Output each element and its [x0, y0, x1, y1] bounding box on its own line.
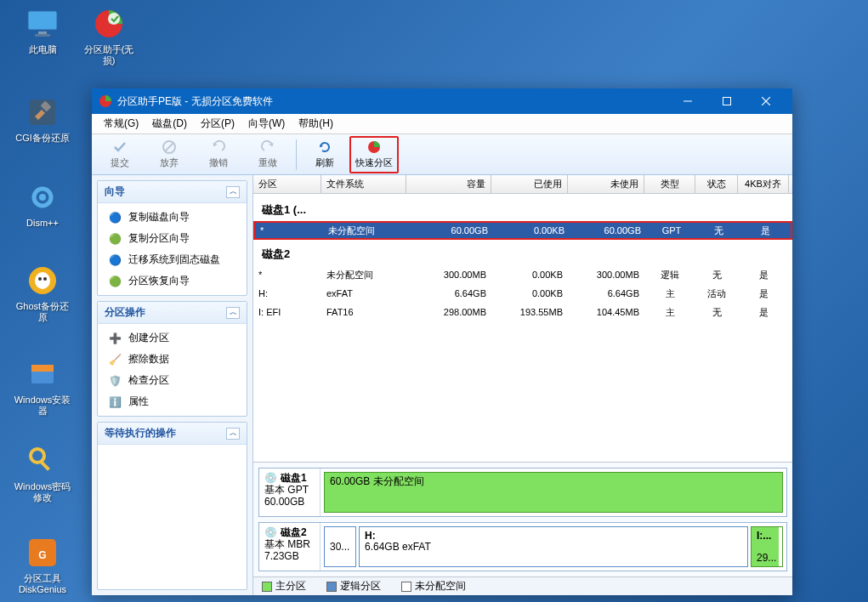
wizard-panel-header[interactable]: 向导︿ [98, 181, 247, 203]
group-disk2[interactable]: 磁盘2 [253, 240, 792, 265]
diskmap-block-h[interactable]: H:6.64GB exFAT [359, 526, 748, 567]
col-free[interactable]: 未使用 [568, 175, 644, 193]
desktop-icon-dism[interactable]: Dism++ [14, 180, 71, 229]
sidebar-item-props[interactable]: ℹ️属性 [98, 391, 247, 412]
titlebar[interactable]: 分区助手PE版 - 无损分区免费软件 [92, 88, 792, 114]
col-4k[interactable]: 4KB对齐 [738, 175, 789, 193]
maximize-button[interactable] [707, 88, 746, 114]
sidebar-item-wipe[interactable]: 🧹擦除数据 [98, 349, 247, 370]
disk-icon: G [26, 536, 60, 570]
desktop-icon-wininstall[interactable]: Windows安装器 [14, 357, 71, 417]
diskmap-block-unalloc[interactable]: 60.00GB 未分配空间 [324, 472, 783, 513]
desktop-icon-diskgenius[interactable]: G 分区工具DiskGenius [14, 536, 71, 595]
svg-point-15 [31, 449, 44, 463]
table-row[interactable]: *未分配空间60.00GB0.00KB60.00GBGPT无是 [253, 221, 792, 240]
col-type[interactable]: 类型 [644, 175, 695, 193]
hammer-icon [26, 95, 60, 129]
menu-general[interactable]: 常规(G) [97, 114, 145, 133]
diskmap-label: 💿磁盘1 基本 GPT 60.00GB [259, 469, 321, 516]
legend-primary: 主分区 [262, 579, 306, 593]
recover-icon: 🟢 [108, 275, 122, 288]
table-row[interactable]: *未分配空间300.00MB0.00KB300.00MB逻辑无是 [253, 265, 792, 284]
menu-wizard[interactable]: 向导(W) [241, 114, 292, 133]
svg-rect-2 [35, 34, 50, 37]
check-icon [112, 139, 128, 155]
table-row[interactable]: I: EFIFAT16298.00MB193.55MB104.45MB主无是 [253, 303, 792, 321]
redo-button[interactable]: 重做 [243, 136, 292, 173]
menu-help[interactable]: 帮助(H) [292, 114, 340, 133]
pending-panel-header[interactable]: 等待执行的操作︿ [98, 423, 247, 445]
sidebar-item-recover[interactable]: 🟢分区恢复向导 [98, 270, 247, 292]
legend-logical: 逻辑分区 [326, 579, 381, 593]
shield-icon: 🛡️ [108, 374, 122, 388]
partition-copy-icon: 🟢 [108, 232, 122, 246]
sidebar-item-migrate[interactable]: 🔵迁移系统到固态磁盘 [98, 249, 247, 270]
erase-icon: 🧹 [108, 353, 122, 366]
refresh-icon [317, 139, 332, 155]
desktop-icon-thispc[interactable]: 此电脑 [14, 7, 71, 55]
menu-disk[interactable]: 磁盘(D) [145, 114, 194, 133]
svg-rect-0 [28, 11, 57, 30]
disk-icon: 💿 [264, 472, 277, 484]
app-window: 分区助手PE版 - 无损分区免费软件 常规(G) 磁盘(D) 分区(P) 向导(… [92, 88, 792, 595]
legend-unalloc: 未分配空间 [401, 579, 466, 593]
migrate-icon: 🔵 [108, 253, 122, 267]
pie-icon [366, 139, 382, 155]
table-row[interactable]: H:exFAT6.64GB0.00KB6.64GB主活动是 [253, 284, 792, 303]
col-status[interactable]: 状态 [695, 175, 738, 193]
sidebar-item-check[interactable]: 🛡️检查分区 [98, 370, 247, 391]
pie-icon [92, 7, 126, 41]
svg-rect-1 [38, 31, 47, 34]
col-capacity[interactable]: 容量 [406, 175, 491, 193]
svg-point-12 [43, 277, 47, 281]
menu-partition[interactable]: 分区(P) [194, 114, 241, 133]
toolbar: 提交 放弃 撤销 重做 刷新 快速分区 [92, 134, 792, 175]
refresh-button[interactable]: 刷新 [300, 136, 349, 173]
desktop-icon-cgi[interactable]: CGI备份还原 [14, 95, 71, 144]
undo-button[interactable]: 撤销 [194, 136, 243, 173]
chevron-up-icon: ︿ [226, 428, 240, 440]
desktop-icon-partassist[interactable]: 分区助手(无损) [80, 7, 138, 66]
commit-button[interactable]: 提交 [95, 136, 145, 173]
legend: 主分区 逻辑分区 未分配空间 [253, 576, 792, 595]
group-disk1[interactable]: 磁盘1 (... [253, 196, 792, 221]
monitor-icon [26, 7, 60, 41]
desktop-icon-winpwd[interactable]: Windows密码修改 [14, 444, 71, 503]
diskmap-label: 💿磁盘2 基本 MBR 7.23GB [259, 523, 321, 571]
grid-body: 磁盘1 (... *未分配空间60.00GB0.00KB60.00GBGPT无是… [253, 194, 792, 462]
svg-rect-14 [31, 365, 54, 372]
wizard-panel: 向导︿ 🔵复制磁盘向导 🟢复制分区向导 🔵迁移系统到固态磁盘 🟢分区恢复向导 [97, 180, 247, 296]
sidebar-item-create[interactable]: ➕创建分区 [98, 327, 247, 349]
redo-icon [260, 139, 275, 155]
svg-text:G: G [38, 549, 46, 561]
diskmap-block-i[interactable]: I:...29... [751, 526, 783, 567]
undo-icon [211, 139, 226, 155]
window-title: 分区助手PE版 - 无损分区免费软件 [117, 94, 668, 109]
pending-panel: 等待执行的操作︿ [97, 422, 247, 590]
sidebar-item-copydisk[interactable]: 🔵复制磁盘向导 [98, 207, 247, 228]
box-icon [26, 357, 60, 391]
minimize-button[interactable] [668, 88, 707, 114]
close-button[interactable] [746, 88, 786, 114]
ops-panel-header[interactable]: 分区操作︿ [98, 302, 247, 324]
diskmap-disk1[interactable]: 💿磁盘1 基本 GPT 60.00GB 60.00GB 未分配空间 [258, 468, 787, 517]
col-used[interactable]: 已使用 [491, 175, 568, 193]
grid-header: 分区 文件系统 容量 已使用 未使用 类型 状态 4KB对齐 [253, 175, 792, 194]
diskmap-area: 💿磁盘1 基本 GPT 60.00GB 60.00GB 未分配空间 💿磁盘2 基… [253, 462, 792, 576]
quick-partition-button[interactable]: 快速分区 [349, 136, 399, 173]
desktop-icon-ghost[interactable]: Ghost备份还原 [14, 264, 71, 323]
sidebar-item-copypart[interactable]: 🟢复制分区向导 [98, 228, 247, 249]
diskmap-block-0[interactable]: 30... [324, 526, 356, 567]
disk-copy-icon: 🔵 [108, 211, 122, 224]
diskmap-disk2[interactable]: 💿磁盘2 基本 MBR 7.23GB 30... H:6.64GB exFAT … [258, 522, 787, 571]
chevron-up-icon: ︿ [226, 307, 240, 319]
col-partition[interactable]: 分区 [253, 175, 321, 193]
svg-point-8 [39, 194, 46, 201]
svg-point-11 [38, 277, 42, 281]
main-area: 分区 文件系统 容量 已使用 未使用 类型 状态 4KB对齐 磁盘1 (... … [252, 175, 792, 595]
col-filesystem[interactable]: 文件系统 [321, 175, 406, 193]
menubar: 常规(G) 磁盘(D) 分区(P) 向导(W) 帮助(H) [92, 114, 792, 134]
disk-icon: 💿 [264, 526, 277, 538]
toolbar-separator [296, 139, 297, 170]
discard-button[interactable]: 放弃 [145, 136, 194, 173]
